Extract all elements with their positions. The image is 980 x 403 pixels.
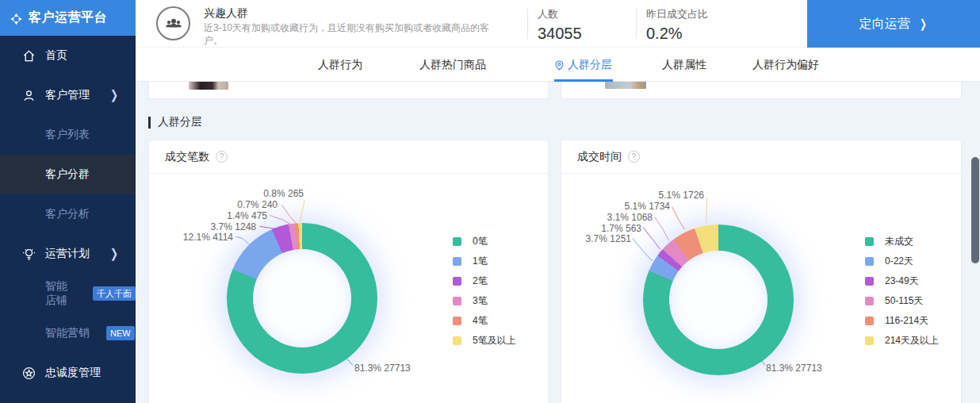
sidebar-item-label: 智能营销 [45,326,90,340]
vertical-scrollbar-thumb[interactable] [971,157,979,263]
active-tab-underline [554,79,613,82]
card-header: 成交时间 ? [561,140,961,174]
legend-item[interactable]: 5笔及以上 [453,335,516,346]
legend-label: 116-214天 [885,314,928,328]
deal-time-donut-chart[interactable] [643,225,794,375]
legend-label: 4笔 [473,314,488,328]
metric-deal-ratio: 昨日成交占比 0.2% [646,7,708,43]
legend-swatch [865,317,874,325]
audience-name: 兴趣人群 [204,6,248,21]
pie-label: 5.1% 1726 [659,190,704,201]
pie-label: 3.7% 1251 [586,233,631,244]
legend-swatch [865,297,874,305]
product-image-fragment [189,82,228,90]
tab-label: 人群属性 [662,58,706,72]
legend-label: 2笔 [473,274,488,288]
tab-crowd-attributes[interactable]: 人群属性 [662,58,706,72]
sidebar-item-smart-store[interactable]: 智能店铺 千人千面 [0,274,136,313]
audience-avatar [156,6,190,40]
pie-label: 81.3% 27713 [354,363,411,374]
legend-swatch [865,257,874,266]
card-title: 成交笔数 [165,150,209,164]
legend-swatch [453,297,461,305]
sidebar-item-label: 首页 [45,48,67,63]
tab-crowd-layering[interactable]: 人群分层 [555,58,612,72]
pie-label: 3.1% 1068 [607,212,653,223]
sidebar-item-label: 客户分群 [45,167,90,182]
content-area: 人群分层 成交笔数 ? 0.8% 265 0.7% 240 1.4% 475 3… [136,82,980,403]
location-pin-icon [555,60,564,71]
targeted-operation-button[interactable]: 定向运营 ❯ [807,0,980,48]
deal-time-legend: 未成交 0-22天 23-49天 50-115天 116-214天 214天及以… [865,236,939,355]
home-icon [22,49,36,63]
previous-section-card-fragment [148,82,549,99]
legend-swatch [453,317,461,325]
tab-crowd-hot-products[interactable]: 人群热门商品 [419,58,486,72]
sidebar-item-label: 客户分析 [45,207,90,221]
metric-value: 34055 [538,25,582,43]
legend-item[interactable]: 116-214天 [865,315,939,326]
legend-item[interactable]: 4笔 [453,315,516,326]
sidebar-item-label: 客户管理 [45,88,90,102]
pie-label: 3.7% 1248 [211,221,256,232]
legend-label: 214天及以上 [885,334,939,347]
sidebar-item-customer-management[interactable]: 客户管理 ❯ [0,75,136,115]
deal-count-donut-chart[interactable] [227,223,377,374]
sidebar-item-home[interactable]: 首页 [0,36,136,75]
star-circle-icon [22,367,36,380]
legend-item[interactable]: 214天及以上 [865,335,939,346]
metric-label: 人数 [538,7,582,21]
legend-item[interactable]: 50-115天 [865,295,939,306]
pinwheel-logo-icon [10,11,23,25]
pie-label: 5.1% 1734 [625,201,670,212]
legend-item[interactable]: 2笔 [453,275,516,286]
sidebar: 客户运营平台 首页 客户管理 ❯ 客户列表 客户分群 客户分析 [0,0,136,403]
sidebar-item-loyalty-management[interactable]: 忠诚度管理 [0,353,136,393]
sidebar-item-customer-analysis[interactable]: 客户分析 [0,194,136,234]
lightbulb-icon [22,248,36,261]
tab-label: 人群行为 [318,58,362,72]
pie-label: 1.4% 475 [227,210,267,221]
tab-bar: 人群行为 人群热门商品 人群分层 人群属性 人群行为偏好 [136,48,980,82]
cta-label: 定向运营 [859,16,910,33]
section-title: 人群分层 [158,115,202,129]
sidebar-nav: 首页 客户管理 ❯ 客户列表 客户分群 客户分析 运营计划 ❯ 智能店铺 千人千 [0,36,136,393]
sidebar-item-smart-marketing[interactable]: 智能营销 NEW [0,313,136,353]
sidebar-item-customer-segmentation[interactable]: 客户分群 [0,155,136,194]
legend-label: 未成交 [885,235,913,248]
tab-crowd-behavior-preference[interactable]: 人群行为偏好 [752,58,819,72]
people-icon [163,13,184,34]
legend-label: 50-115天 [885,294,923,308]
section-accent-bar [148,117,151,129]
product-image-fragment [605,82,646,89]
legend-item[interactable]: 3笔 [453,295,516,306]
legend-label: 23-49天 [885,274,919,288]
legend-swatch [453,277,461,286]
legend-swatch [453,336,461,345]
divider [636,9,637,39]
legend-swatch [865,237,874,246]
sidebar-item-customer-list[interactable]: 客户列表 [0,115,136,155]
card-title: 成交时间 [577,150,622,164]
tab-crowd-behavior[interactable]: 人群行为 [318,58,362,72]
pie-label: 12.1% 4114 [183,232,233,243]
audience-description: 近3-10天有加购或收藏行为，且近期没有购买加购或者收藏商品的客户。 [204,21,499,47]
legend-item[interactable]: 0笔 [453,236,516,247]
new-badge: NEW [106,326,135,340]
help-icon[interactable]: ? [628,151,640,163]
legend-item[interactable]: 未成交 [865,236,939,247]
legend-item[interactable]: 23-49天 [865,275,939,286]
card-header: 成交笔数 ? [149,140,548,174]
person-icon [22,89,36,102]
chevron-right-icon: ❯ [110,247,118,261]
legend-item[interactable]: 0-22天 [865,255,939,267]
divider [527,9,528,39]
previous-section-card-fragment [561,82,962,99]
sidebar-item-label: 智能店铺 [45,279,76,308]
legend-item[interactable]: 1笔 [453,255,516,267]
app-logo-bar: 客户运营平台 [0,0,136,36]
sidebar-item-operation-plan[interactable]: 运营计划 ❯ [0,234,136,274]
deal-count-legend: 0笔 1笔 2笔 3笔 4笔 5笔及以上 [453,236,516,355]
help-icon[interactable]: ? [216,151,228,163]
pie-label: 0.7% 240 [237,199,278,210]
